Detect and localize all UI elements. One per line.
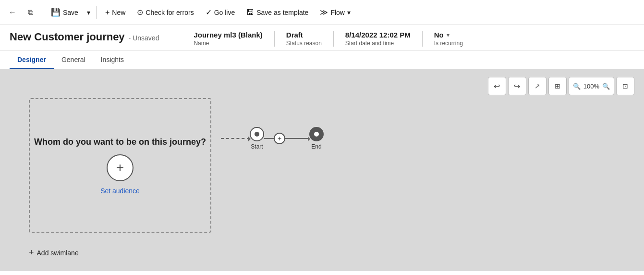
status-value: Draft xyxy=(286,31,322,39)
save-template-icon: 🖫 xyxy=(246,8,254,17)
date-value: 8/14/2022 12:02 PM xyxy=(345,31,411,39)
start-label: Start xyxy=(251,143,263,150)
canvas-toolbar: ↩ ↪ ↗ ⊞ 🔍 100% 🔍 ⊡ xyxy=(488,77,634,95)
check-errors-label: Check for errors xyxy=(146,9,194,16)
flow-chevron-icon: ▾ xyxy=(347,9,351,16)
recurring-value: No xyxy=(434,31,444,39)
add-swimlane-button[interactable]: + Add swimlane xyxy=(29,248,79,258)
flow-diagram: Start + End xyxy=(221,127,324,150)
save-icon: 💾 xyxy=(51,8,61,17)
check-errors-icon: ⊙ xyxy=(137,8,143,17)
separator-1 xyxy=(42,6,42,19)
page-title-area: New Customer journey - Unsaved xyxy=(10,31,159,43)
zoom-out-button[interactable]: 🔍 xyxy=(572,81,582,91)
journey-name-value: Journey ml3 (Blank) xyxy=(194,31,262,39)
go-live-icon: ✓ xyxy=(206,8,212,17)
fit-button[interactable]: ⊡ xyxy=(616,77,634,95)
audience-add-icon: + xyxy=(116,160,124,175)
recurring-label: Is recurring xyxy=(434,40,463,47)
canvas: ↩ ↪ ↗ ⊞ 🔍 100% 🔍 ⊡ Whom do you want to b… xyxy=(0,69,644,271)
swimlane-question: Whom do you want to be on this journey? xyxy=(34,136,206,148)
zoom-level: 100% xyxy=(583,83,599,90)
flow-connector-1 xyxy=(264,138,274,139)
tabs: Designer General Insights xyxy=(0,51,644,69)
flow-plus-node: + xyxy=(274,133,285,144)
tab-general[interactable]: General xyxy=(54,51,93,69)
redo-button[interactable]: ↪ xyxy=(508,77,526,95)
date-field: 8/14/2022 12:02 PM Start date and time xyxy=(333,31,422,47)
fit-icon: ⊡ xyxy=(622,82,628,90)
save-template-button[interactable]: 🖫 Save as template xyxy=(242,5,313,20)
set-audience-link[interactable]: Set audience xyxy=(100,187,140,195)
page-title: New Customer journey xyxy=(10,31,125,43)
journey-name-label: Name xyxy=(194,40,262,47)
back-button[interactable]: ← xyxy=(4,5,21,20)
save-label: Save xyxy=(63,9,78,16)
flow-connector-2 xyxy=(285,138,309,139)
save-template-label: Save as template xyxy=(256,9,308,16)
tab-insights[interactable]: Insights xyxy=(93,51,132,69)
flow-arrow-2 xyxy=(308,137,313,141)
recurring-chevron-icon: ▾ xyxy=(447,32,450,38)
check-errors-button[interactable]: ⊙ Check for errors xyxy=(132,5,198,20)
go-live-label: Go live xyxy=(214,9,235,16)
header-fields: Journey ml3 (Blank) Name Draft Status re… xyxy=(182,31,474,47)
flow-add-button[interactable]: + xyxy=(274,133,285,144)
redo-icon: ↪ xyxy=(514,82,520,91)
flow-dashed-line xyxy=(221,138,250,139)
flow-button[interactable]: ≫ Flow ▾ xyxy=(315,5,355,20)
add-swimlane-icon: + xyxy=(29,248,34,258)
separator-2 xyxy=(96,6,97,19)
zoom-control: 🔍 100% 🔍 xyxy=(569,77,614,95)
new-label: New xyxy=(112,9,125,16)
save-dropdown-button[interactable]: ▾ xyxy=(85,6,92,19)
toolbar: ← ⧉ 💾 Save ▾ + New ⊙ Check for errors ✓ … xyxy=(0,0,644,25)
undo-icon: ↩ xyxy=(494,82,500,91)
journey-name-field: Journey ml3 (Blank) Name xyxy=(182,31,274,47)
end-circle-inner xyxy=(314,132,319,137)
header-info: New Customer journey - Unsaved Journey m… xyxy=(0,25,644,51)
flow-dashed-arrow xyxy=(248,137,253,141)
flow-label: Flow xyxy=(330,9,345,16)
popout-icon: ⧉ xyxy=(28,8,33,17)
popout-button[interactable]: ⧉ xyxy=(23,5,38,20)
save-button[interactable]: 💾 Save xyxy=(46,5,83,20)
date-label: Start date and time xyxy=(345,40,411,47)
expand-icon: ↗ xyxy=(535,82,540,90)
add-swimlane-label: Add swimlane xyxy=(37,249,79,257)
undo-button[interactable]: ↩ xyxy=(488,77,506,95)
end-label: End xyxy=(311,143,321,150)
go-live-button[interactable]: ✓ Go live xyxy=(201,5,240,20)
zoom-in-button[interactable]: 🔍 xyxy=(601,81,611,91)
map-icon: ⊞ xyxy=(555,82,560,90)
flow-icon: ≫ xyxy=(320,8,328,17)
start-circle-inner xyxy=(255,132,259,137)
recurring-field[interactable]: No ▾ Is recurring xyxy=(422,31,474,47)
save-chevron-icon: ▾ xyxy=(87,9,90,16)
swimlane: Whom do you want to be on this journey? … xyxy=(29,98,211,233)
audience-add-button[interactable]: + xyxy=(107,154,134,181)
page-unsaved: - Unsaved xyxy=(129,34,159,42)
zoom-in-icon: 🔍 xyxy=(602,83,610,90)
status-label: Status reason xyxy=(286,40,322,47)
tab-designer[interactable]: Designer xyxy=(10,51,54,69)
new-plus-icon: + xyxy=(105,8,109,17)
map-button[interactable]: ⊞ xyxy=(548,77,567,95)
new-button[interactable]: + New xyxy=(100,5,130,20)
expand-button[interactable]: ↗ xyxy=(528,77,547,95)
back-icon: ← xyxy=(9,8,16,17)
status-field: Draft Status reason xyxy=(274,31,333,47)
zoom-out-icon: 🔍 xyxy=(573,83,581,90)
